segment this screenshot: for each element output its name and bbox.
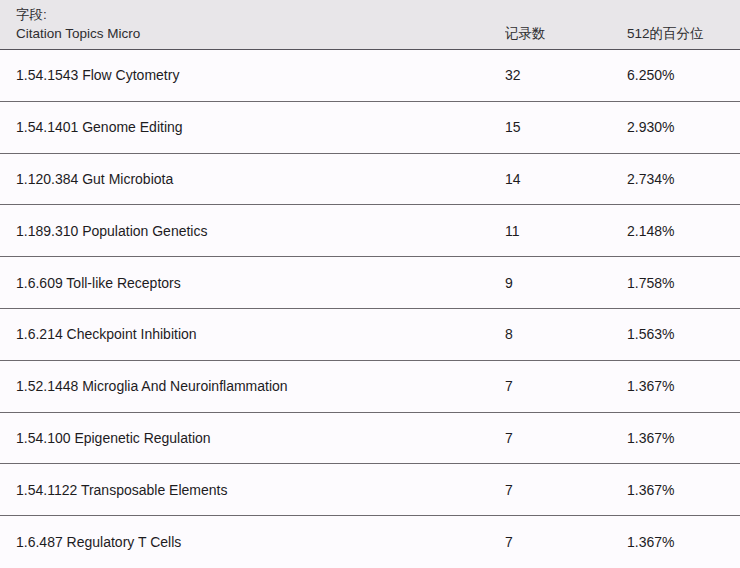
percent-cell: 1.758% <box>627 275 740 291</box>
table-row[interactable]: 1.189.310 Population Genetics 11 2.148% <box>0 205 740 257</box>
table-row[interactable]: 1.54.100 Epigenetic Regulation 7 1.367% <box>0 413 740 465</box>
records-cell: 9 <box>505 275 627 291</box>
records-cell: 14 <box>505 171 627 187</box>
field-label: 字段: <box>0 6 740 24</box>
topic-cell[interactable]: 1.54.100 Epigenetic Regulation <box>16 430 505 446</box>
records-cell: 15 <box>505 119 627 135</box>
records-cell: 8 <box>505 326 627 342</box>
table-row[interactable]: 1.6.609 Toll-like Receptors 9 1.758% <box>0 257 740 309</box>
table-row[interactable]: 1.54.1122 Transposable Elements 7 1.367% <box>0 464 740 516</box>
field-value-citation-topics-micro: Citation Topics Micro <box>16 24 505 44</box>
topic-cell[interactable]: 1.6.609 Toll-like Receptors <box>16 275 505 291</box>
topic-cell[interactable]: 1.6.487 Regulatory T Cells <box>16 534 505 550</box>
table-row[interactable]: 1.6.214 Checkpoint Inhibition 8 1.563% <box>0 309 740 361</box>
percentile-column-header: 512的百分位 <box>627 24 740 44</box>
topic-cell[interactable]: 1.189.310 Population Genetics <box>16 223 505 239</box>
topic-cell[interactable]: 1.54.1543 Flow Cytometry <box>16 67 505 83</box>
table-row[interactable]: 1.54.1401 Genome Editing 15 2.930% <box>0 102 740 154</box>
topic-cell[interactable]: 1.120.384 Gut Microbiota <box>16 171 505 187</box>
topic-cell[interactable]: 1.52.1448 Microglia And Neuroinflammatio… <box>16 378 505 394</box>
table-row[interactable]: 1.6.487 Regulatory T Cells 7 1.367% <box>0 516 740 568</box>
records-cell: 7 <box>505 534 627 550</box>
percent-cell: 2.930% <box>627 119 740 135</box>
records-cell: 7 <box>505 430 627 446</box>
analyze-results-table: 字段: Citation Topics Micro 记录数 512的百分位 1.… <box>0 0 740 568</box>
topic-cell[interactable]: 1.54.1401 Genome Editing <box>16 119 505 135</box>
percent-cell: 1.367% <box>627 482 740 498</box>
records-cell: 32 <box>505 67 627 83</box>
percent-cell: 1.367% <box>627 534 740 550</box>
percent-cell: 1.367% <box>627 378 740 394</box>
percent-cell: 1.367% <box>627 430 740 446</box>
percent-cell: 1.563% <box>627 326 740 342</box>
percent-cell: 2.148% <box>627 223 740 239</box>
records-cell: 7 <box>505 482 627 498</box>
records-cell: 7 <box>505 378 627 394</box>
table-body: 1.54.1543 Flow Cytometry 32 6.250% 1.54.… <box>0 50 740 568</box>
table-row[interactable]: 1.54.1543 Flow Cytometry 32 6.250% <box>0 50 740 102</box>
topic-cell[interactable]: 1.6.214 Checkpoint Inhibition <box>16 326 505 342</box>
topic-cell[interactable]: 1.54.1122 Transposable Elements <box>16 482 505 498</box>
table-row[interactable]: 1.120.384 Gut Microbiota 14 2.734% <box>0 154 740 206</box>
records-cell: 11 <box>505 223 627 239</box>
percent-cell: 2.734% <box>627 171 740 187</box>
records-count-column-header: 记录数 <box>505 24 627 44</box>
percent-cell: 6.250% <box>627 67 740 83</box>
table-row[interactable]: 1.52.1448 Microglia And Neuroinflammatio… <box>0 361 740 413</box>
table-header: 字段: Citation Topics Micro 记录数 512的百分位 <box>0 0 740 50</box>
